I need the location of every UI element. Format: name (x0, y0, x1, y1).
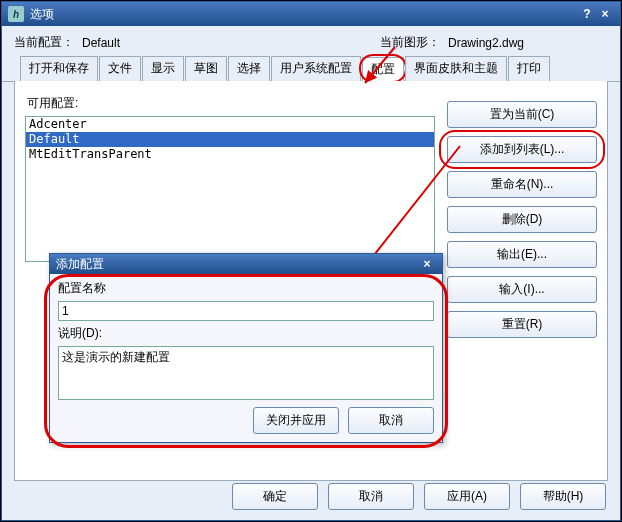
current-drawing-value: Drawing2.dwg (448, 36, 568, 50)
titlebar: h 选项 ? × (2, 2, 620, 26)
profile-panel: 可用配置: Adcenter Default MtEditTransParent… (14, 81, 608, 481)
dialog-bottom-buttons: 确定 取消 应用(A) 帮助(H) (232, 483, 606, 510)
tab-profile[interactable]: 配置 (362, 57, 404, 82)
close-icon[interactable]: × (596, 7, 614, 21)
current-drawing-label: 当前图形： (380, 34, 440, 51)
apply-button[interactable]: 应用(A) (424, 483, 510, 510)
export-button[interactable]: 输出(E)... (447, 241, 597, 268)
help-icon[interactable]: ? (578, 7, 596, 21)
add-to-list-button[interactable]: 添加到列表(L)... (447, 136, 597, 163)
help-button[interactable]: 帮助(H) (520, 483, 606, 510)
profile-desc-input[interactable]: 这是演示的新建配置 (58, 346, 434, 400)
tab-select[interactable]: 选择 (228, 56, 270, 81)
top-info-row: 当前配置： Default 当前图形： Drawing2.dwg (2, 26, 620, 55)
set-current-button[interactable]: 置为当前(C) (447, 101, 597, 128)
reset-button[interactable]: 重置(R) (447, 311, 597, 338)
tab-draft[interactable]: 草图 (185, 56, 227, 81)
tab-print[interactable]: 打印 (508, 56, 550, 81)
list-item[interactable]: Adcenter (26, 117, 434, 132)
tab-strip: 打开和保存 文件 显示 草图 选择 用户系统配置 配置 界面皮肤和主题 打印 (2, 56, 620, 82)
options-window: h 选项 ? × 当前配置： Default 当前图形： Drawing2.dw… (1, 1, 621, 521)
current-config-label: 当前配置： (14, 34, 74, 51)
dialog-title: 添加配置 (56, 256, 418, 273)
tab-open-save[interactable]: 打开和保存 (20, 56, 98, 81)
tab-user-system[interactable]: 用户系统配置 (271, 56, 361, 81)
profile-name-label: 配置名称 (58, 280, 434, 297)
dialog-titlebar: 添加配置 × (50, 254, 442, 274)
import-button[interactable]: 输入(I)... (447, 276, 597, 303)
tab-profile-label: 配置 (371, 62, 395, 76)
profile-name-input[interactable] (58, 301, 434, 321)
list-item[interactable]: Default (26, 132, 434, 147)
profiles-listbox[interactable]: Adcenter Default MtEditTransParent (25, 116, 435, 262)
app-logo-icon: h (8, 6, 24, 22)
tab-display[interactable]: 显示 (142, 56, 184, 81)
close-apply-button[interactable]: 关闭并应用 (253, 407, 339, 434)
list-item[interactable]: MtEditTransParent (26, 147, 434, 162)
current-config-value: Default (82, 36, 202, 50)
add-profile-dialog: 添加配置 × 配置名称 说明(D): 这是演示的新建配置 关闭并应用 取消 (49, 253, 443, 443)
rename-button[interactable]: 重命名(N)... (447, 171, 597, 198)
cancel-button[interactable]: 取消 (328, 483, 414, 510)
delete-button[interactable]: 删除(D) (447, 206, 597, 233)
tab-file[interactable]: 文件 (99, 56, 141, 81)
profile-desc-label: 说明(D): (58, 325, 434, 342)
dialog-close-icon[interactable]: × (418, 257, 436, 271)
window-title: 选项 (30, 6, 578, 23)
tab-theme[interactable]: 界面皮肤和主题 (405, 56, 507, 81)
dialog-cancel-button[interactable]: 取消 (348, 407, 434, 434)
ok-button[interactable]: 确定 (232, 483, 318, 510)
profile-buttons-column: 置为当前(C) 添加到列表(L)... 重命名(N)... 删除(D) 输出(E… (447, 101, 597, 338)
